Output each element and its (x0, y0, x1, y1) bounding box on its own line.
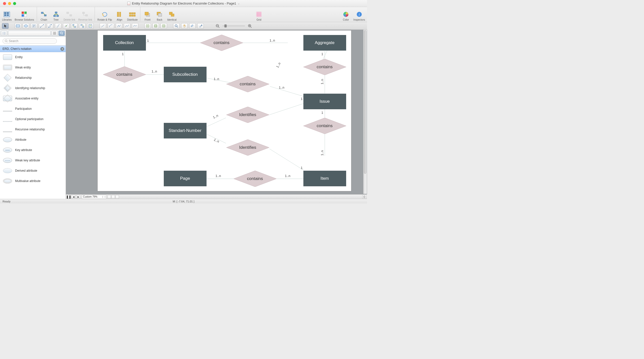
entity-standart-number[interactable]: Standart-Number (164, 123, 207, 138)
rel-contains-top[interactable]: contains (200, 35, 243, 51)
front-button[interactable]: Front (143, 11, 152, 21)
page-thumb-1[interactable] (107, 195, 111, 199)
text-tool[interactable] (31, 23, 37, 29)
stencil-optional-participation[interactable]: Optional participation (0, 114, 66, 124)
page-thumb-3[interactable] (115, 195, 119, 199)
minimize-window-button[interactable] (8, 2, 11, 5)
stencil-associative-entity[interactable]: Associative entity (0, 93, 66, 104)
stencil-weak-entity[interactable]: Weak entity (0, 62, 66, 73)
zoom-tool[interactable] (173, 23, 180, 29)
color-button[interactable]: Color (341, 11, 350, 21)
align-button[interactable]: Align (115, 11, 124, 21)
crop-1-tool[interactable] (144, 23, 151, 29)
rel-contains-lower-right[interactable]: contains (303, 118, 346, 134)
connector-1-tool[interactable] (39, 23, 45, 29)
chevron-down-icon[interactable]: ⌄ (238, 2, 240, 5)
svg-rect-51 (155, 25, 156, 27)
pointer-tool[interactable] (2, 23, 9, 29)
page-thumb-2[interactable] (111, 195, 115, 199)
stencil-weak-key-attribute[interactable]: Weak key attribute (0, 155, 66, 166)
vertical-scrollbar[interactable] (363, 30, 367, 194)
bezier-tool[interactable] (124, 23, 130, 29)
fit-icon[interactable] (362, 195, 366, 199)
maximize-window-button[interactable] (13, 2, 16, 5)
ellipse-tool[interactable] (23, 23, 29, 29)
close-window-button[interactable] (3, 2, 6, 5)
connector-4-tool[interactable] (63, 23, 69, 29)
sidebar-list-icon[interactable] (59, 31, 65, 36)
entity-page[interactable]: Page (164, 171, 207, 186)
rel-contains-right[interactable]: contains (303, 59, 346, 75)
stamp-tool[interactable] (87, 23, 94, 29)
sidebar-filter-dropdown[interactable] (8, 31, 51, 36)
status-bar: Ready M: [ -7.64, 71.01 ] (0, 199, 367, 203)
hand-tool[interactable] (181, 23, 188, 29)
card-1: 1 (321, 111, 323, 115)
entity-issue[interactable]: Issue (303, 94, 346, 109)
stencil-relationship[interactable]: Relationship (0, 73, 66, 83)
sidebar-search-input[interactable]: Search (3, 38, 57, 44)
rel-identifies-bottom[interactable]: Identifies (226, 139, 269, 156)
sidebar-section-header[interactable]: ERD, Chen's notation ✕ (0, 46, 66, 52)
libraries-button[interactable]: Libraries (2, 11, 12, 21)
stencil-list: Entity Weak entity Relationship Identify… (0, 52, 66, 199)
rel-identifies-top[interactable]: Identifies (226, 107, 269, 123)
curve-tool[interactable] (108, 23, 114, 29)
diagram-page[interactable]: Collection Aggregate Subcollection Issue… (97, 30, 351, 191)
zoom-out-button[interactable] (214, 23, 221, 29)
svg-rect-8 (24, 14, 27, 17)
crop-2-tool[interactable] (152, 23, 159, 29)
entity-item[interactable]: Item (303, 171, 346, 186)
chain-button[interactable]: Chain (39, 11, 49, 21)
connector-3-tool[interactable] (55, 23, 61, 29)
entity-subcollection[interactable]: Subcollection (164, 67, 207, 82)
zoom-select[interactable]: Custom 79% (82, 195, 106, 199)
sidebar-tree-icon[interactable] (1, 31, 7, 36)
stencil-entity[interactable]: Entity (0, 52, 66, 62)
connector-2-tool[interactable] (47, 23, 53, 29)
entity-collection[interactable]: Collection (103, 35, 146, 51)
stencil-identifying-relationship[interactable]: Identifying relationship (0, 83, 66, 93)
line-tool[interactable] (100, 23, 106, 29)
tree-button[interactable]: Tree (52, 11, 61, 21)
stencil-participation[interactable]: Participation (0, 104, 66, 114)
stencil-attribute[interactable]: Attribute (0, 135, 66, 145)
card-1n: 1..n (275, 62, 281, 68)
stencil-multivalue-attribute[interactable]: Multivalue attribute (0, 176, 66, 186)
crop-3-tool[interactable] (160, 23, 167, 29)
polyline-tool[interactable] (116, 23, 122, 29)
rel-contains-mid[interactable]: contains (226, 76, 269, 92)
identical-button[interactable]: Identical (167, 11, 176, 21)
back-button[interactable]: Back (155, 11, 164, 21)
stencil-key-attribute[interactable]: Key attribute (0, 145, 66, 155)
rel-contains-bottom[interactable]: contains (234, 171, 276, 187)
stencil-recursive-relationship[interactable]: Recursive relationship (0, 124, 66, 135)
rel-contains-left[interactable]: contains (103, 66, 146, 83)
highlight-tool[interactable] (189, 23, 196, 29)
svg-rect-2 (7, 12, 9, 14)
freehand-tool[interactable] (132, 23, 138, 29)
stencil-derived-attribute[interactable]: Derived attribute (0, 166, 66, 176)
connector-6-tool[interactable] (79, 23, 86, 29)
zoom-in-button[interactable] (247, 23, 253, 29)
delete-link-button: Delete link (64, 11, 75, 21)
browse-solutions-button[interactable]: Browse Solutions (15, 11, 34, 21)
distribute-button[interactable]: Distribute (127, 11, 138, 21)
prev-page-button[interactable]: ◀ (71, 195, 75, 199)
inspectors-button[interactable]: iInspectors (353, 11, 365, 21)
svg-point-42 (51, 24, 52, 25)
sidebar-grid-icon[interactable] (52, 31, 58, 36)
svg-rect-18 (117, 12, 119, 17)
eyedropper-tool[interactable] (197, 23, 204, 29)
rotate-flip-button[interactable]: Rotate & Flip (97, 11, 112, 21)
close-section-icon[interactable]: ✕ (60, 47, 64, 51)
rect-tool[interactable] (15, 23, 21, 29)
grid-button[interactable]: Grid (254, 11, 263, 21)
next-page-button[interactable]: ▶ (76, 195, 80, 199)
pause-icon[interactable]: ❚❚ (67, 195, 71, 199)
svg-rect-17 (86, 15, 88, 16)
connector-5-tool[interactable] (71, 23, 77, 29)
svg-rect-61 (55, 33, 56, 34)
entity-aggregate[interactable]: Aggregate (303, 35, 346, 51)
zoom-slider[interactable] (222, 25, 245, 26)
